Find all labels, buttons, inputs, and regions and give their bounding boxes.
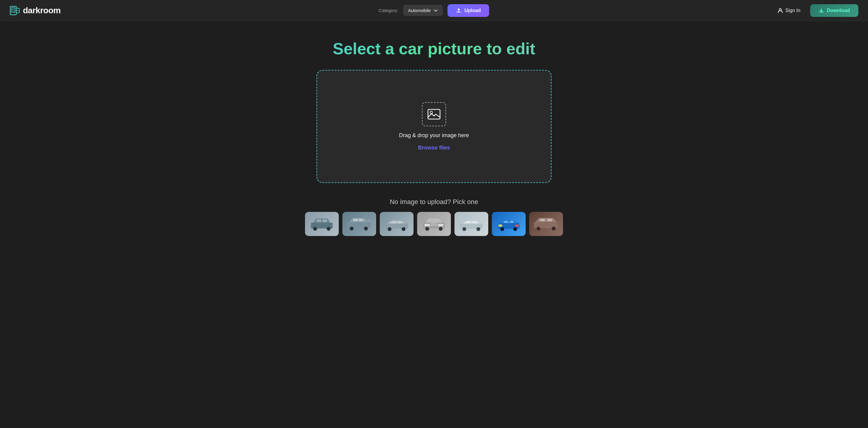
- svg-point-15: [364, 227, 368, 231]
- sample-section: No image to upload? Pick one: [305, 198, 563, 236]
- car-svg-1: [308, 214, 336, 234]
- sample-images-row: [305, 212, 563, 236]
- sample-image-4[interactable]: [417, 212, 451, 236]
- download-icon: [818, 8, 824, 13]
- svg-rect-33: [498, 224, 502, 227]
- page-title: Select a car picture to edit: [333, 39, 535, 58]
- upload-button[interactable]: Upload: [447, 4, 489, 17]
- image-placeholder-icon: [427, 107, 441, 121]
- app-header: darkroom Category: Automobile Upload Sig…: [0, 0, 868, 21]
- car-svg-2: [346, 214, 373, 234]
- svg-rect-11: [322, 219, 327, 222]
- logo: darkroom: [10, 5, 61, 16]
- svg-rect-16: [353, 219, 358, 221]
- category-dropdown[interactable]: Automobile: [403, 5, 443, 16]
- svg-point-37: [552, 227, 556, 231]
- svg-rect-34: [516, 224, 519, 227]
- svg-point-19: [388, 227, 392, 231]
- header-center-controls: Category: Automobile Upload: [379, 4, 489, 17]
- svg-rect-10: [316, 219, 321, 222]
- drop-zone[interactable]: Drag & drop your image here Browse files: [316, 70, 552, 183]
- svg-rect-13: [367, 220, 371, 222]
- download-label: Download: [827, 8, 850, 13]
- sign-in-button[interactable]: Sign In: [773, 5, 805, 16]
- svg-point-22: [425, 227, 429, 231]
- sample-image-6[interactable]: [492, 212, 526, 236]
- svg-rect-25: [438, 224, 443, 226]
- download-button[interactable]: Download: [810, 4, 858, 17]
- browse-files-link[interactable]: Browse files: [418, 145, 450, 151]
- svg-rect-26: [431, 223, 437, 226]
- svg-point-31: [500, 227, 504, 231]
- darkroom-logo-icon: [10, 5, 21, 16]
- svg-rect-1: [11, 7, 15, 12]
- sign-in-label: Sign In: [785, 8, 801, 13]
- svg-point-6: [430, 111, 433, 114]
- user-icon: [778, 8, 783, 13]
- svg-rect-38: [540, 219, 545, 221]
- sample-image-5[interactable]: [455, 212, 488, 236]
- car-svg-4: [421, 214, 447, 234]
- main-content: Select a car picture to edit Drag & drop…: [0, 21, 868, 248]
- upload-label: Upload: [464, 8, 481, 13]
- svg-rect-5: [428, 110, 440, 119]
- svg-point-14: [350, 227, 354, 231]
- category-value: Automobile: [408, 8, 431, 13]
- svg-point-8: [313, 227, 317, 231]
- upload-icon: [456, 8, 461, 13]
- svg-point-23: [439, 227, 443, 231]
- svg-point-36: [537, 227, 541, 231]
- svg-rect-39: [547, 219, 552, 221]
- svg-point-32: [513, 227, 517, 231]
- drop-zone-image-icon: [422, 102, 446, 126]
- svg-point-20: [402, 227, 406, 231]
- sample-image-2[interactable]: [342, 212, 376, 236]
- car-svg-7: [532, 214, 560, 234]
- drag-drop-text: Drag & drop your image here: [399, 132, 469, 139]
- svg-rect-17: [359, 219, 363, 221]
- sample-image-7[interactable]: [529, 212, 563, 236]
- svg-point-29: [476, 227, 480, 231]
- category-label: Category:: [379, 8, 398, 13]
- car-svg-6: [495, 214, 522, 234]
- header-right-controls: Sign In Download: [773, 4, 858, 17]
- svg-point-28: [462, 227, 466, 231]
- chevron-down-icon: [434, 8, 438, 13]
- logo-text: darkroom: [23, 6, 61, 16]
- car-svg-3: [383, 214, 410, 234]
- svg-point-9: [327, 227, 331, 231]
- sample-image-1[interactable]: [305, 212, 339, 236]
- car-svg-5: [458, 214, 485, 234]
- sample-image-3[interactable]: [380, 212, 413, 236]
- svg-rect-24: [425, 224, 430, 226]
- sample-title: No image to upload? Pick one: [390, 198, 478, 206]
